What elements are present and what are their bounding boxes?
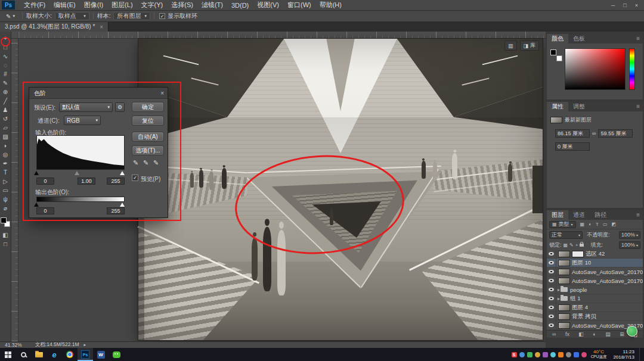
link-icon[interactable]: ∞: [592, 130, 596, 136]
menu-edit[interactable]: 编辑(E): [49, 1, 80, 10]
tray-icon[interactable]: [566, 352, 571, 357]
healing-brush-tool[interactable]: ⊕: [1, 88, 11, 97]
menu-select[interactable]: 选择(S): [167, 1, 197, 10]
eyedropper-tool[interactable]: ✎: [1, 79, 11, 88]
input-white-slider[interactable]: [120, 171, 125, 175]
menu-3d[interactable]: 3D(D): [227, 2, 253, 9]
close-icon[interactable]: ×: [635, 2, 638, 8]
auto-button[interactable]: 自动(A): [132, 132, 164, 142]
tray-icon[interactable]: S: [512, 352, 517, 357]
word-button[interactable]: W: [93, 348, 109, 361]
layer-thumbnail[interactable]: [558, 269, 570, 275]
new-group-icon[interactable]: ▤: [605, 331, 611, 337]
panel-menu-icon[interactable]: ≡: [636, 210, 643, 220]
dodge-tool[interactable]: ◎: [1, 150, 11, 159]
layer-mask-thumbnail[interactable]: [572, 251, 584, 257]
layer-thumbnail[interactable]: [558, 313, 570, 320]
levels-dialog-title[interactable]: 色阶: [29, 88, 168, 99]
black-point-eyedropper-icon[interactable]: ✎: [133, 159, 138, 167]
tray-icon[interactable]: [550, 352, 556, 357]
layer-group-row[interactable]: ▸ people: [547, 285, 643, 294]
type-tool[interactable]: T: [1, 168, 11, 177]
hand-tool[interactable]: ψ: [1, 195, 11, 204]
channel-dropdown[interactable]: RGB ▾: [64, 116, 101, 125]
tray-icon[interactable]: [543, 352, 548, 357]
photoshop-taskbar-button[interactable]: Ps: [78, 348, 93, 361]
cpu-temp-widget[interactable]: 40°C CPU温度: [591, 350, 607, 359]
menu-filter[interactable]: 滤镜(T): [197, 1, 227, 10]
tab-adjustments[interactable]: 调整: [568, 102, 590, 111]
file-explorer-button[interactable]: [31, 348, 47, 361]
show-desktop-button[interactable]: [639, 348, 642, 361]
panel-menu-icon[interactable]: ≡: [636, 102, 643, 111]
input-gamma-slider[interactable]: [75, 171, 79, 175]
visibility-toggle[interactable]: [547, 312, 556, 320]
pen-tool[interactable]: ✒: [1, 159, 11, 168]
sample-size-dropdown[interactable]: 取样点 ▾: [55, 12, 89, 20]
brush-tool[interactable]: ╱: [1, 97, 11, 105]
adjustment-layer-icon[interactable]: ◐: [593, 331, 596, 337]
layer-row[interactable]: 选区 42: [547, 250, 643, 259]
tray-icon[interactable]: [535, 352, 540, 357]
width-field[interactable]: 86.15 厘米: [555, 129, 590, 138]
libraries-panel-button[interactable]: ◨ 库: [520, 41, 540, 51]
lock-pixels-icon[interactable]: ✎: [569, 242, 574, 248]
lock-transparent-icon[interactable]: ▦: [564, 242, 568, 248]
tab-layers[interactable]: 图层: [547, 210, 568, 220]
output-black-field[interactable]: 0: [36, 207, 54, 214]
filter-kind-dropdown[interactable]: ▦ 类型 ▾: [549, 221, 576, 228]
menu-help[interactable]: 帮助(H): [315, 1, 346, 10]
lasso-tool[interactable]: ∿: [1, 52, 11, 61]
output-white-slider[interactable]: [120, 203, 125, 207]
taskbar-clock[interactable]: 11:23 2018/7/13: [613, 349, 634, 360]
document-tab[interactable]: 3.psd @ 41.3%(图层 10, RGB/8) * ×: [0, 22, 109, 32]
chrome-button[interactable]: [62, 348, 78, 361]
tab-properties[interactable]: 属性: [547, 102, 568, 111]
tray-icon[interactable]: [581, 352, 587, 357]
tab-swatches[interactable]: 色板: [568, 34, 590, 43]
sample-dropdown[interactable]: 所有图层 ▾: [113, 12, 150, 20]
tray-icon[interactable]: [558, 352, 564, 357]
menu-layer[interactable]: 图层(L): [107, 1, 137, 10]
new-layer-icon[interactable]: ⊞: [620, 331, 624, 337]
blur-tool[interactable]: ◗: [1, 141, 11, 150]
minimize-icon[interactable]: ─: [611, 2, 615, 8]
lock-all-icon[interactable]: [580, 244, 584, 247]
gradient-tool[interactable]: ▨: [1, 132, 11, 141]
expand-arrow-icon[interactable]: ▸: [558, 287, 560, 292]
input-gamma-field[interactable]: 1.00: [78, 178, 95, 185]
tab-color[interactable]: 颜色: [547, 34, 568, 43]
opacity-field[interactable]: 100% ▾: [619, 231, 640, 239]
crop-tool[interactable]: #: [1, 70, 11, 79]
clone-stamp-tool[interactable]: ♟: [1, 105, 11, 114]
layer-row[interactable]: AutoSave_AutoSave_20170226...: [547, 276, 643, 285]
eraser-tool[interactable]: ▱: [1, 123, 11, 132]
tray-icon[interactable]: [519, 352, 525, 357]
expand-arrow-icon[interactable]: ▸: [558, 296, 560, 301]
layer-thumbnail[interactable]: [558, 260, 570, 266]
filter-type-icon[interactable]: T: [596, 222, 599, 227]
preview-checkbox[interactable]: ✓: [132, 175, 138, 181]
layer-thumbnail[interactable]: [558, 278, 570, 284]
layer-group-row[interactable]: ▸ 组 1: [547, 294, 643, 303]
menu-window[interactable]: 窗口(W): [283, 1, 315, 10]
visibility-toggle[interactable]: [547, 294, 556, 303]
quick-mask-button[interactable]: ◧: [1, 231, 11, 239]
tab-paths[interactable]: 路径: [590, 210, 611, 220]
start-button[interactable]: [0, 348, 16, 361]
tab-channels[interactable]: 通道: [568, 210, 590, 220]
lock-position-icon[interactable]: +: [575, 242, 578, 248]
layer-row[interactable]: 图层 10: [547, 259, 643, 267]
edge-button[interactable]: e: [47, 348, 62, 361]
active-tool-chip[interactable]: ✎ ▾: [2, 13, 18, 20]
preset-options-button[interactable]: ⚙: [115, 102, 125, 112]
tab-close-icon[interactable]: ×: [100, 24, 103, 30]
show-ring-checkbox[interactable]: ✓: [159, 13, 165, 19]
fill-field[interactable]: 100% ▾: [619, 241, 640, 249]
visibility-toggle[interactable]: [547, 321, 556, 329]
color-swatches-widget[interactable]: [1, 217, 10, 227]
filter-pixel-icon[interactable]: ▦: [580, 222, 585, 227]
foreground-color-swatch[interactable]: [1, 217, 7, 223]
tray-icon[interactable]: [574, 352, 579, 357]
menu-view[interactable]: 视图(V): [253, 1, 283, 10]
